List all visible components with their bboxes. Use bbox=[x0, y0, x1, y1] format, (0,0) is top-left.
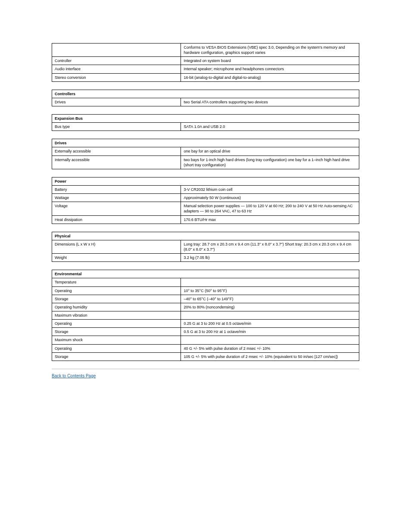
table-header-row: Environmental bbox=[52, 270, 359, 278]
table-header-row: Drives bbox=[52, 139, 359, 147]
cell-value: 10° to 35°C (50° to 95°F) bbox=[181, 286, 359, 295]
cell-label: Maximum shock bbox=[52, 336, 181, 344]
cell-value: 170.6 BTU/Hr max bbox=[181, 215, 359, 224]
cell-value: Integrated on system board bbox=[181, 57, 359, 65]
spec-table-controllers: Controllers Drives two Serial ATA contro… bbox=[52, 90, 359, 106]
table-row: Storage 105 G +/- 5% with pulse duration… bbox=[52, 352, 359, 361]
cell-label: Operating bbox=[52, 320, 181, 328]
cell-value: Conforms to VESA BIOS Extensions (VBE) s… bbox=[181, 44, 359, 57]
table-row: Internally accessible two bays for 1-inc… bbox=[52, 156, 359, 169]
cell-value: –40° to 65°C (–40° to 149°F) bbox=[181, 295, 359, 303]
cell-label: Audio interface bbox=[52, 65, 181, 73]
cell-value: one bay for an optical drive bbox=[181, 147, 359, 156]
table-row: Weight 3.2 kg (7.05 lb) bbox=[52, 254, 359, 262]
cell-value bbox=[181, 278, 359, 286]
table-row: Wattage Approximately 50 W (continuous) bbox=[52, 194, 359, 202]
table-row: Operating 40 G +/- 5% with pulse duratio… bbox=[52, 344, 359, 352]
cell-value: 3-V CR2032 lithium coin cell bbox=[181, 185, 359, 193]
cell-value: two Serial ATA controllers supporting tw… bbox=[181, 98, 359, 106]
cell-label: Heat dissipation bbox=[52, 215, 181, 224]
cell-label: Externally accessible bbox=[52, 147, 181, 156]
cell-label: Bus type bbox=[52, 123, 181, 131]
table-header-row: Power bbox=[52, 177, 359, 185]
table-header: Environmental bbox=[52, 270, 359, 278]
table-row: Storage 0.5 G at 3 to 200 Hz at 1 octave… bbox=[52, 328, 359, 336]
cell-value: SATA 1.0A and USB 2.0 bbox=[181, 123, 359, 131]
table-row: Audio interface Internal speaker; microp… bbox=[52, 65, 359, 73]
spec-table-expansion-bus: Expansion Bus Bus type SATA 1.0A and USB… bbox=[52, 114, 359, 131]
cell-label: Battery bbox=[52, 185, 181, 193]
spec-table-intro: Conforms to VESA BIOS Extensions (VBE) s… bbox=[52, 43, 359, 82]
table-row: Conforms to VESA BIOS Extensions (VBE) s… bbox=[52, 44, 359, 57]
cell-label bbox=[52, 44, 181, 57]
spec-table-physical: Physical Dimensions (L x W x H) Long tra… bbox=[52, 232, 359, 262]
cell-label: Stereo conversion bbox=[52, 73, 181, 81]
table-row: Battery 3-V CR2032 lithium coin cell bbox=[52, 185, 359, 193]
table-row: Maximum shock bbox=[52, 336, 359, 344]
cell-label: Storage bbox=[52, 328, 181, 336]
table-header: Physical bbox=[52, 232, 359, 240]
cell-label: Voltage bbox=[52, 202, 181, 215]
cell-value bbox=[181, 336, 359, 344]
cell-value: 0.25 G at 3 to 200 Hz at 0.5 octave/min bbox=[181, 320, 359, 328]
spec-table-power: Power Battery 3-V CR2032 lithium coin ce… bbox=[52, 177, 359, 224]
cell-value: 40 G +/- 5% with pulse duration of 2 mse… bbox=[181, 344, 359, 352]
cell-label: Storage bbox=[52, 295, 181, 303]
spec-table-environmental: Environmental Temperature Operating 10° … bbox=[52, 270, 359, 361]
cell-value: 105 G +/- 5% with pulse duration of 2 ms… bbox=[181, 352, 359, 361]
table-row: Maximum vibration bbox=[52, 311, 359, 319]
cell-label: Internally accessible bbox=[52, 156, 181, 169]
table-header-row: Physical bbox=[52, 232, 359, 240]
cell-label: Wattage bbox=[52, 194, 181, 202]
cell-value: 20% to 80% (noncondensing) bbox=[181, 303, 359, 311]
table-row: Bus type SATA 1.0A and USB 2.0 bbox=[52, 123, 359, 131]
cell-label: Controller bbox=[52, 57, 181, 65]
table-row: Stereo conversion 16-bit (analog-to-digi… bbox=[52, 73, 359, 81]
table-row: Temperature bbox=[52, 278, 359, 286]
cell-value: 16-bit (analog-to-digital and digital-to… bbox=[181, 73, 359, 81]
cell-label: Operating humidity bbox=[52, 303, 181, 311]
cell-value: Internal speaker; microphone and headpho… bbox=[181, 65, 359, 73]
table-row: Drives two Serial ATA controllers suppor… bbox=[52, 98, 359, 106]
table-row: Controller Integrated on system board bbox=[52, 57, 359, 65]
cell-value: Manual selection power supplies — 100 to… bbox=[181, 202, 359, 215]
table-row: Operating 0.25 G at 3 to 200 Hz at 0.5 o… bbox=[52, 320, 359, 328]
cell-value: 3.2 kg (7.05 lb) bbox=[181, 254, 359, 262]
table-row: Storage –40° to 65°C (–40° to 149°F) bbox=[52, 295, 359, 303]
divider bbox=[52, 369, 359, 369]
table-row: Voltage Manual selection power supplies … bbox=[52, 202, 359, 215]
cell-value: two bays for 1-inch high hard drives (lo… bbox=[181, 156, 359, 169]
table-row: Externally accessible one bay for an opt… bbox=[52, 147, 359, 156]
cell-value bbox=[181, 311, 359, 319]
cell-value: Long tray: 28.7 cm x 20.3 cm x 9.4 cm (1… bbox=[181, 240, 359, 253]
cell-value: Approximately 50 W (continuous) bbox=[181, 194, 359, 202]
cell-label: Storage bbox=[52, 352, 181, 361]
table-row: Operating 10° to 35°C (50° to 95°F) bbox=[52, 286, 359, 295]
cell-label: Drives bbox=[52, 98, 181, 106]
cell-value: 0.5 G at 3 to 200 Hz at 1 octave/min bbox=[181, 328, 359, 336]
table-row: Dimensions (L x W x H) Long tray: 28.7 c… bbox=[52, 240, 359, 253]
cell-label: Dimensions (L x W x H) bbox=[52, 240, 181, 253]
table-header: Power bbox=[52, 177, 359, 185]
back-to-contents-link[interactable]: Back to Contents Page bbox=[52, 373, 96, 378]
table-header-row: Controllers bbox=[52, 90, 359, 98]
table-header: Controllers bbox=[52, 90, 359, 98]
table-row: Heat dissipation 170.6 BTU/Hr max bbox=[52, 215, 359, 224]
table-header: Expansion Bus bbox=[52, 114, 359, 122]
cell-label: Temperature bbox=[52, 278, 181, 286]
table-header-row: Expansion Bus bbox=[52, 114, 359, 122]
spec-table-drives: Drives Externally accessible one bay for… bbox=[52, 139, 359, 169]
table-row: Operating humidity 20% to 80% (nonconden… bbox=[52, 303, 359, 311]
cell-label: Operating bbox=[52, 286, 181, 295]
cell-label: Maximum vibration bbox=[52, 311, 181, 319]
cell-label: Operating bbox=[52, 344, 181, 352]
table-header: Drives bbox=[52, 139, 359, 147]
cell-label: Weight bbox=[52, 254, 181, 262]
